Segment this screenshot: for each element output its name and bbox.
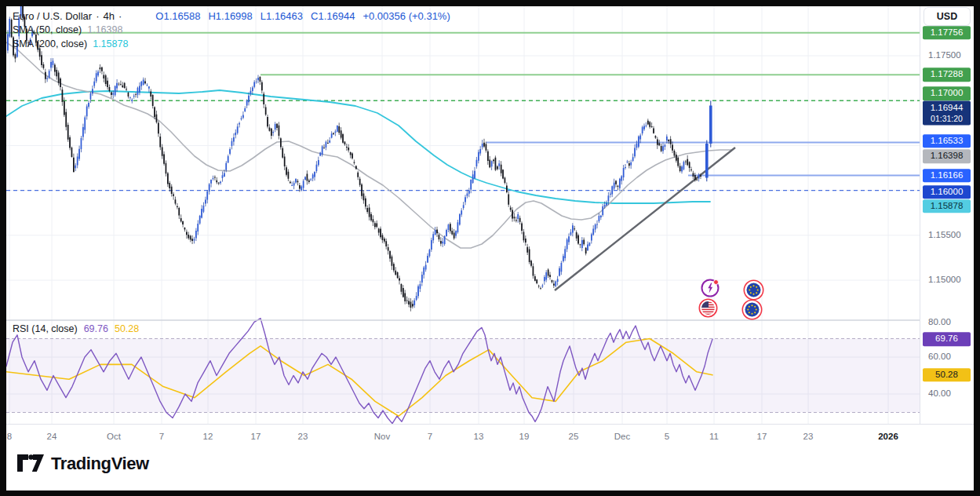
candlestick-series[interactable] — [7, 6, 712, 312]
sma-200-line[interactable] — [6, 90, 710, 203]
price-label: 60.00 — [928, 352, 951, 362]
rsi-ma-value: 50.28 — [115, 323, 139, 334]
price-label: 80.00 — [928, 318, 951, 327]
time-label: 23 — [803, 432, 814, 441]
tradingview-logo[interactable]: TradingView — [17, 454, 149, 474]
time-label: 7 — [428, 432, 432, 441]
time-label: 17 — [251, 432, 261, 441]
separator-dot: · — [118, 10, 122, 22]
symbol-title[interactable]: Euro / U.S. Dollar — [13, 10, 92, 22]
time-label: 11 — [709, 432, 719, 441]
high-value: H1.16998 — [208, 10, 252, 22]
rsi-legend[interactable]: RSI (14, close) 69.76 50.28 — [13, 323, 139, 334]
chart-stage: Euro / U.S. Dollar · 4h · O1.16588 H1.16… — [6, 6, 974, 491]
price-label: 1.16398 — [923, 149, 971, 163]
footer-bar: TradingView — [6, 449, 974, 491]
time-label: 2026 — [878, 432, 898, 441]
time-label: 7 — [159, 432, 164, 441]
price-label: 1.15500 — [928, 231, 961, 240]
close-value: C1.16944 — [311, 10, 355, 22]
sma-50-legend[interactable]: SMA (50, close) 1.16398 — [13, 23, 450, 37]
time-axis[interactable]: 824Oct7121723Nov7131925Dec51117232026 — [6, 424, 974, 449]
change-value: +0.00356 (+0.31%) — [362, 10, 450, 22]
time-label: Oct — [107, 432, 121, 441]
ohlc-values: O1.16588 H1.16998 L1.16463 C1.16944 +0.0… — [155, 10, 450, 22]
time-label: 25 — [569, 432, 579, 441]
timeframe-label[interactable]: 4h — [104, 10, 115, 22]
time-label: 24 — [47, 432, 57, 441]
rsi-value: 69.76 — [84, 323, 108, 334]
price-label: 1.15878 — [923, 199, 971, 213]
rsi-label: RSI (14, close) — [13, 323, 78, 334]
tradingview-logo-text: TradingView — [51, 454, 149, 474]
sma-200-label: SMA (200, close) — [13, 38, 87, 49]
price-label: 1.17756 — [923, 26, 971, 40]
price-label: 1.16533 — [923, 134, 971, 148]
separator-dot: · — [96, 10, 99, 22]
time-label: 23 — [298, 432, 308, 441]
chart-canvas[interactable] — [6, 6, 920, 424]
main-chart[interactable]: Euro / U.S. Dollar · 4h · O1.16588 H1.16… — [6, 6, 920, 424]
rsi-band — [6, 339, 920, 413]
sma-200-value: 1.15878 — [93, 38, 128, 49]
price-label: 40.00 — [928, 389, 951, 399]
price-label: 1.16166 — [923, 169, 971, 183]
countdown-timer: 01:31:20 — [923, 115, 971, 123]
price-label: 1.1694401:31:20 — [923, 100, 971, 125]
price-label: 1.16000 — [923, 185, 971, 199]
price-axis[interactable]: USD 1.177561.175001.172881.170001.169440… — [920, 6, 974, 424]
eu-flag-icon[interactable] — [741, 299, 763, 323]
time-label: Nov — [374, 432, 390, 441]
time-label: 13 — [474, 432, 484, 441]
us-flag-icon[interactable] — [698, 298, 718, 321]
currency-button[interactable]: USD — [924, 7, 971, 26]
price-label: 1.17288 — [923, 68, 971, 82]
time-label: 19 — [519, 432, 530, 441]
price-label: 69.76 — [923, 332, 971, 346]
sma-50-value: 1.16398 — [87, 24, 122, 35]
sma-50-label: SMA (50, close) — [13, 24, 82, 35]
time-label: 8 — [7, 432, 12, 441]
low-value: L1.16463 — [260, 10, 303, 22]
sma-200-legend[interactable]: SMA (200, close) 1.15878 — [13, 37, 450, 51]
chart-window: Euro / U.S. Dollar · 4h · O1.16588 H1.16… — [0, 0, 980, 496]
time-label: 12 — [203, 432, 213, 441]
price-label: 50.28 — [923, 368, 971, 382]
open-value: O1.16588 — [155, 10, 200, 22]
time-label: 17 — [757, 432, 767, 441]
symbol-legend: Euro / U.S. Dollar · 4h · O1.16588 H1.16… — [13, 9, 450, 51]
price-label: 1.17000 — [923, 86, 971, 100]
price-label: 1.17500 — [928, 51, 961, 60]
tradingview-logo-icon — [17, 454, 44, 473]
time-label: 5 — [665, 432, 669, 441]
symbol-title-row: Euro / U.S. Dollar · 4h · O1.16588 H1.16… — [13, 9, 450, 23]
time-label: Dec — [614, 432, 630, 441]
price-label: 1.15000 — [928, 275, 961, 285]
